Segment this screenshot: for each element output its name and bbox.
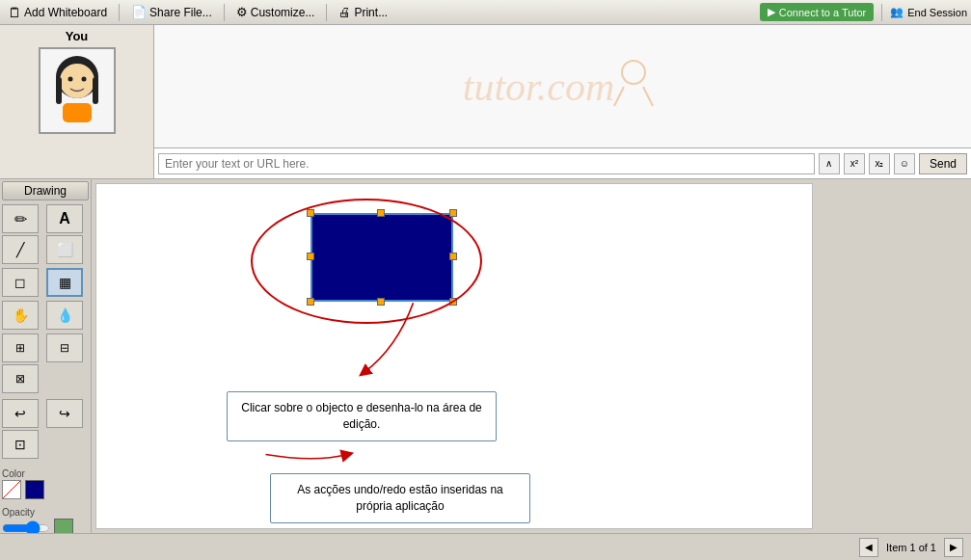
end-session-button[interactable]: 👥 End Session xyxy=(890,6,967,18)
wb-rectangle xyxy=(310,213,453,302)
chat-input-bar: ∧ x² x₂ ☺ Send xyxy=(154,147,971,178)
handle-br[interactable] xyxy=(449,298,457,306)
copy-icon: ⊡ xyxy=(14,437,26,452)
eraser-tool[interactable]: ◻ xyxy=(2,268,39,297)
handle-bl[interactable] xyxy=(307,298,314,306)
pan-tool[interactable]: ✋ xyxy=(2,301,39,330)
svg-line-9 xyxy=(643,87,653,106)
bottom-bar: ◀ Item 1 of 1 ▶ xyxy=(0,533,971,560)
grid-icon2: ⊟ xyxy=(60,341,69,355)
page-indicator: Item 1 of 1 xyxy=(882,542,940,553)
subscript-button[interactable]: x₂ xyxy=(869,153,890,174)
tool-grid-bot: ✋ 💧 xyxy=(2,301,89,330)
svg-rect-6 xyxy=(63,103,92,122)
redo-tool[interactable]: ↪ xyxy=(46,399,83,428)
tool-grid-top: ✏ A ╱ ⬜ xyxy=(2,204,89,264)
whiteboard-area[interactable]: Clicar sobre o objecto e desenha-lo na á… xyxy=(95,183,813,529)
send-button[interactable]: Send xyxy=(919,153,967,174)
color-label: Color xyxy=(2,468,89,479)
opacity-slider[interactable] xyxy=(2,520,50,533)
avatar-svg xyxy=(43,50,111,132)
shape-tool[interactable]: ⬜ xyxy=(46,235,83,264)
tool-grid-extra1: ⊞ ⊟ ⊠ xyxy=(2,333,89,393)
chat-content-area: tutor.com ∧ x² x₂ ☺ xyxy=(154,25,971,178)
play-icon: ▶ xyxy=(768,6,775,18)
handle-tm[interactable] xyxy=(377,209,385,217)
add-whiteboard-button[interactable]: 🗒 Add Whiteboard xyxy=(4,3,111,22)
sep1 xyxy=(119,4,120,21)
sep4 xyxy=(881,4,882,21)
grid-icon3: ⊠ xyxy=(15,372,25,386)
text-icon: A xyxy=(59,210,70,227)
share-file-button[interactable]: 📄 Share File... xyxy=(127,3,216,21)
left-sidebar: Drawing ✏ A ╱ ⬜ ◻ xyxy=(0,179,92,533)
chat-input[interactable] xyxy=(158,153,815,174)
svg-point-5 xyxy=(81,76,86,81)
top-toolbar: 🗒 Add Whiteboard 📄 Share File... ⚙ Custo… xyxy=(0,0,971,25)
instruction-box-2: As acções undo/redo estão inseridas na p… xyxy=(270,473,530,523)
prev-item-button[interactable]: ◀ xyxy=(859,538,878,557)
share-file-icon: 📄 xyxy=(131,5,147,19)
handle-bm[interactable] xyxy=(377,298,385,306)
next-item-button[interactable]: ▶ xyxy=(944,538,963,557)
undo-tool[interactable]: ↩ xyxy=(2,399,39,428)
fill-icon: 💧 xyxy=(57,307,73,323)
active-color-swatch[interactable] xyxy=(25,480,44,499)
superscript-button[interactable]: x² xyxy=(844,153,865,174)
chat-header: You xyxy=(0,25,971,179)
tool-grid-mid: ◻ ▦ xyxy=(2,268,89,297)
select-tool[interactable]: ▦ xyxy=(46,268,83,297)
add-whiteboard-icon: 🗒 xyxy=(8,5,21,20)
format-up-button[interactable]: ∧ xyxy=(819,153,840,174)
avatar xyxy=(39,47,116,134)
customize-icon: ⚙ xyxy=(236,5,248,19)
tool-grid-extra2: ↩ ↪ ⊡ xyxy=(2,399,89,459)
sep2 xyxy=(224,4,225,21)
customize-button[interactable]: ⚙ Customize... xyxy=(232,3,319,21)
copy-tool[interactable]: ⊡ xyxy=(2,430,39,459)
user-name-label: You xyxy=(66,29,89,43)
print-button[interactable]: 🖨 Print... xyxy=(335,3,391,21)
main-area: You xyxy=(0,25,971,560)
select-icon: ▦ xyxy=(59,275,71,290)
svg-rect-2 xyxy=(56,77,62,104)
handle-mr[interactable] xyxy=(449,253,457,260)
svg-point-7 xyxy=(622,61,645,84)
undo-icon: ↩ xyxy=(14,406,26,421)
svg-point-4 xyxy=(67,76,72,81)
grid-tool3[interactable]: ⊠ xyxy=(2,364,39,393)
handle-tl[interactable] xyxy=(307,209,314,217)
sep3 xyxy=(326,4,327,21)
color-row xyxy=(2,480,89,499)
handle-ml[interactable] xyxy=(307,253,314,260)
line-icon: ╱ xyxy=(16,242,24,257)
svg-line-8 xyxy=(614,87,624,106)
svg-point-1 xyxy=(60,64,94,98)
opacity-preview xyxy=(54,519,73,533)
text-tool[interactable]: A xyxy=(46,204,83,233)
grid-tool1[interactable]: ⊞ xyxy=(2,333,39,362)
drawing-tab[interactable]: Drawing xyxy=(2,181,89,200)
redo-icon: ↪ xyxy=(59,406,70,421)
eraser-icon: ◻ xyxy=(14,275,26,290)
opacity-label: Opacity xyxy=(2,507,89,518)
end-icon: 👥 xyxy=(890,6,904,18)
shape-icon: ⬜ xyxy=(57,242,73,257)
emoji-button[interactable]: ☺ xyxy=(894,153,915,174)
tutor-logo-icon xyxy=(605,58,662,116)
handle-tr[interactable] xyxy=(449,209,457,217)
pan-icon: ✋ xyxy=(13,307,29,323)
line-tool[interactable]: ╱ xyxy=(2,235,39,264)
content-row: Drawing ✏ A ╱ ⬜ ◻ xyxy=(0,179,971,533)
transparent-swatch[interactable] xyxy=(2,480,21,499)
toolbar-right: ▶ Connect to a Tutor 👥 End Session xyxy=(760,3,967,21)
fill-tool[interactable]: 💧 xyxy=(46,301,83,330)
grid-tool2[interactable]: ⊟ xyxy=(46,333,83,362)
grid-icon1: ⊞ xyxy=(15,341,25,355)
user-panel: You xyxy=(0,25,154,178)
pencil-tool[interactable]: ✏ xyxy=(2,204,39,233)
tutor-logo-area: tutor.com xyxy=(154,25,971,147)
connect-tutor-button[interactable]: ▶ Connect to a Tutor xyxy=(760,3,875,21)
pencil-icon: ✏ xyxy=(14,210,27,228)
tutor-logo: tutor.com xyxy=(463,64,615,110)
